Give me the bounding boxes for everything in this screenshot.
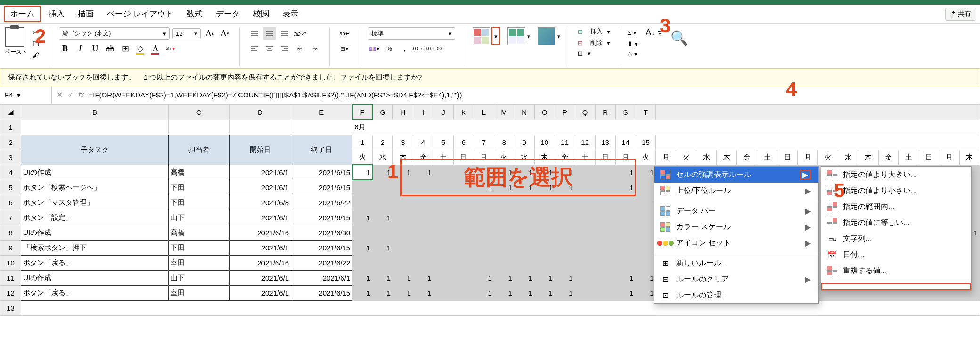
gantt-cell[interactable]: 1 (474, 285, 494, 300)
gantt-cell[interactable] (555, 240, 575, 255)
cell[interactable]: 2021/6/15 (291, 210, 352, 225)
col-header[interactable]: S (615, 104, 636, 120)
submenu-more-rules[interactable]: その他のルール... (821, 283, 971, 290)
gantt-cell[interactable] (534, 240, 555, 255)
gantt-cell[interactable]: 1 (494, 285, 514, 300)
row-header[interactable]: 9 (0, 240, 21, 255)
gantt-cell[interactable] (555, 195, 575, 210)
tab-formulas[interactable]: 数式 (181, 7, 208, 21)
find-select-icon[interactable]: 🔍 (669, 27, 689, 48)
submenu-equal-to[interactable]: 指定の値に等しい... (821, 215, 971, 231)
gantt-cell[interactable]: 1 (555, 270, 575, 285)
cell[interactable]: 下田 (168, 240, 229, 255)
formula-text[interactable]: =IF(OR(WEEKDAY(F$2)=1,WEEKDAY(F$2)=7,COU… (89, 91, 462, 99)
row-header[interactable]: 4 (0, 165, 21, 180)
gantt-cell[interactable] (453, 255, 474, 270)
gantt-cell[interactable]: 1 (555, 285, 575, 300)
gantt-cell[interactable] (474, 255, 494, 270)
col-header[interactable]: C (168, 104, 229, 120)
gantt-cell[interactable] (373, 195, 393, 210)
comma-icon[interactable]: , (398, 42, 410, 55)
fill-color-button[interactable]: ◇ (134, 42, 147, 55)
tab-review[interactable]: 校閲 (247, 7, 275, 21)
row-header[interactable]: 11 (0, 270, 21, 285)
header-task[interactable]: 子タスク (21, 135, 168, 165)
delete-cells-icon[interactable]: ⊟ (578, 40, 583, 47)
share-button[interactable]: ↱ 共有 (945, 8, 976, 21)
gantt-cell[interactable] (575, 195, 595, 210)
gantt-cell[interactable] (595, 240, 615, 255)
gantt-cell[interactable]: 1 (474, 270, 494, 285)
insert-cells-icon[interactable]: ⊞ (578, 28, 583, 35)
menu-data-bars[interactable]: データ バー▶ (654, 203, 818, 219)
col-header[interactable]: L (474, 104, 494, 120)
border-button[interactable]: ⊞ (119, 42, 131, 55)
gantt-cell[interactable] (514, 225, 534, 240)
gantt-cell[interactable] (393, 195, 413, 210)
merge-cells-icon[interactable]: ⊟▾ (338, 42, 351, 55)
col-header[interactable]: F (352, 104, 373, 120)
gantt-cell[interactable] (615, 210, 636, 225)
gantt-cell[interactable] (575, 210, 595, 225)
gantt-cell[interactable] (575, 270, 595, 285)
align-left-icon[interactable] (248, 42, 261, 55)
col-header[interactable]: Q (575, 104, 595, 120)
col-header[interactable]: G (373, 104, 393, 120)
cell[interactable]: 下田 (168, 180, 229, 195)
col-header[interactable]: O (534, 104, 555, 120)
gantt-cell[interactable] (575, 255, 595, 270)
fx-icon[interactable]: fx (78, 91, 84, 99)
gantt-cell[interactable]: 1 (373, 270, 393, 285)
gantt-cell[interactable]: 1 (352, 165, 373, 180)
cell[interactable]: 高橋 (168, 165, 229, 180)
header-end[interactable]: 終了日 (291, 135, 352, 165)
enter-formula-icon[interactable]: ✓ (67, 90, 74, 99)
gantt-cell[interactable] (615, 195, 636, 210)
gantt-cell[interactable] (413, 195, 433, 210)
cell[interactable]: ボタン「設定」 (21, 210, 168, 225)
decrease-font-icon[interactable]: A▾ (219, 27, 231, 40)
cell[interactable]: ボタン「戻る」 (21, 255, 168, 270)
font-size-select[interactable]: 12▾ (172, 28, 201, 39)
font-name-select[interactable]: 游ゴシック (本文)▾ (59, 27, 170, 40)
gantt-cell[interactable] (453, 195, 474, 210)
col-header[interactable]: J (433, 104, 454, 120)
gantt-cell[interactable] (636, 195, 656, 210)
cell[interactable]: 2021/6/16 (229, 225, 291, 240)
gantt-cell[interactable]: 1 (534, 285, 555, 300)
spreadsheet-grid[interactable]: ◢ B C D E F G H I J K L M N O P Q R S T … (0, 104, 980, 316)
col-header[interactable]: I (413, 104, 433, 120)
cell[interactable]: ボタン「戻る」 (21, 285, 168, 300)
cell[interactable]: 山下 (168, 210, 229, 225)
row-header[interactable]: 5 (0, 180, 21, 195)
strike-button[interactable]: ab (104, 42, 116, 55)
header-owner[interactable]: 担当者 (168, 135, 229, 165)
gantt-cell[interactable] (413, 210, 433, 225)
gantt-cell[interactable] (595, 225, 615, 240)
cell[interactable]: 下田 (168, 195, 229, 210)
conditional-formatting-button[interactable] (473, 27, 490, 45)
gantt-cell[interactable] (494, 225, 514, 240)
gantt-cell[interactable] (595, 210, 615, 225)
font-color-button[interactable]: A (149, 42, 162, 55)
gantt-cell[interactable] (534, 225, 555, 240)
name-box[interactable]: F4 ▾ (0, 86, 52, 104)
gantt-cell[interactable] (636, 240, 656, 255)
cell[interactable]: 室田 (168, 285, 229, 300)
tab-home[interactable]: ホーム (4, 6, 41, 22)
cell[interactable]: 2021/6/8 (229, 195, 291, 210)
col-header[interactable]: H (393, 104, 413, 120)
cancel-formula-icon[interactable]: ✕ (57, 90, 63, 99)
month-cell[interactable]: 6月 (352, 120, 980, 135)
gantt-cell[interactable] (636, 180, 656, 195)
gantt-cell[interactable] (494, 195, 514, 210)
gantt-cell[interactable] (393, 225, 413, 240)
gantt-cell[interactable] (453, 225, 474, 240)
gantt-cell[interactable] (393, 210, 413, 225)
cell[interactable]: ボタン「マスタ管理」 (21, 195, 168, 210)
cell[interactable]: 2021/6/22 (291, 195, 352, 210)
row-header[interactable]: 12 (0, 285, 21, 300)
submenu-text-contains[interactable]: ▭a文字列... (821, 231, 971, 247)
underline-button[interactable]: U (89, 42, 101, 55)
gantt-cell[interactable] (595, 270, 615, 285)
